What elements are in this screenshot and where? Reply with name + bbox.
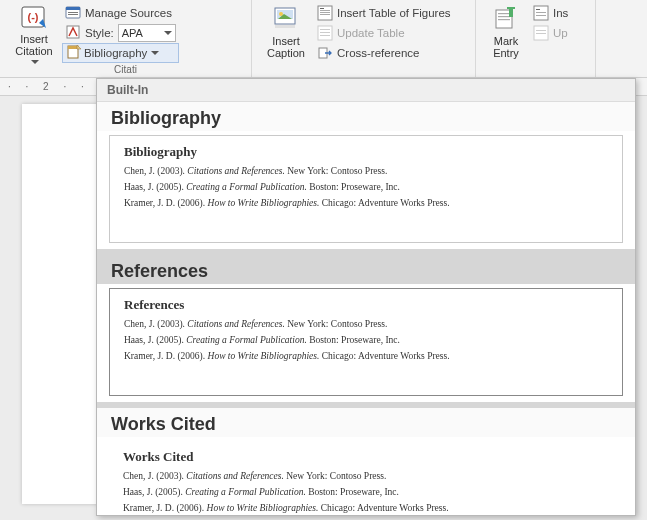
svg-rect-28 xyxy=(507,7,515,9)
preview-title: References xyxy=(124,297,608,313)
insert-index-icon xyxy=(533,5,549,21)
gallery-item-works-cited[interactable]: Works Cited Chen, J. (2003). Citations a… xyxy=(109,441,623,513)
svg-rect-17 xyxy=(320,14,330,15)
svg-rect-32 xyxy=(536,15,546,16)
gallery-item-bibliography[interactable]: Bibliography Chen, J. (2003). Citations … xyxy=(109,135,623,243)
preview-title: Works Cited xyxy=(123,449,609,465)
svg-rect-19 xyxy=(320,29,330,30)
svg-rect-31 xyxy=(536,12,546,13)
insert-caption-label: InsertCaption xyxy=(267,35,305,59)
svg-rect-3 xyxy=(66,7,80,10)
svg-rect-21 xyxy=(320,35,330,36)
svg-rect-34 xyxy=(536,30,546,31)
insert-table-figures-label: Insert Table of Figures xyxy=(337,7,451,19)
chevron-down-icon xyxy=(151,51,159,59)
insert-index-button[interactable]: Ins xyxy=(530,3,571,23)
insert-citation-icon: (-) xyxy=(18,5,50,31)
update-table-icon xyxy=(317,25,333,41)
svg-rect-14 xyxy=(320,8,324,9)
style-row: Style: APA xyxy=(62,23,179,43)
gallery-item-references[interactable]: References Chen, J. (2003). Citations an… xyxy=(109,288,623,396)
preview-ref: Haas, J. (2005). Creating a Formal Publi… xyxy=(124,335,608,345)
style-label: Style: xyxy=(85,27,114,39)
group-label-citations: Citati xyxy=(0,64,251,75)
update-index-icon xyxy=(533,25,549,41)
update-table-label: Update Table xyxy=(337,27,405,39)
preview-ref: Chen, J. (2003). Citations and Reference… xyxy=(124,166,608,176)
ribbon-group-captions: InsertCaption Insert Table of Figures Up… xyxy=(252,0,476,77)
insert-table-figures-button[interactable]: Insert Table of Figures xyxy=(314,3,454,23)
svg-rect-4 xyxy=(68,12,78,13)
update-table-button: Update Table xyxy=(314,23,454,43)
svg-text:(-): (-) xyxy=(28,11,39,23)
ribbon-group-index: MarkEntry Ins Up xyxy=(476,0,596,77)
preview-title: Bibliography xyxy=(124,144,608,160)
insert-citation-button[interactable]: (-) InsertCitation xyxy=(6,2,62,64)
gallery-section-title: References xyxy=(97,255,635,284)
svg-rect-8 xyxy=(68,46,78,49)
bibliography-button[interactable]: Bibliography xyxy=(62,43,179,63)
svg-rect-30 xyxy=(536,9,540,10)
svg-rect-16 xyxy=(320,12,330,13)
cross-reference-label: Cross-reference xyxy=(337,47,419,59)
preview-ref: Kramer, J. D. (2006). How to Write Bibli… xyxy=(124,198,608,208)
bibliography-label: Bibliography xyxy=(84,47,147,59)
preview-ref: Haas, J. (2005). Creating a Formal Publi… xyxy=(124,182,608,192)
svg-rect-15 xyxy=(320,10,330,11)
style-value: APA xyxy=(122,27,143,39)
preview-ref: Chen, J. (2003). Citations and Reference… xyxy=(123,471,609,481)
svg-rect-24 xyxy=(498,13,510,14)
dropdown-header: Built-In xyxy=(97,79,635,102)
table-figures-icon xyxy=(317,5,333,21)
mark-entry-icon xyxy=(490,5,522,33)
style-icon xyxy=(65,24,81,43)
insert-index-label: Ins xyxy=(553,7,568,19)
style-select[interactable]: APA xyxy=(118,24,176,42)
update-index-label: Up xyxy=(553,27,568,39)
insert-caption-button[interactable]: InsertCaption xyxy=(258,2,314,64)
manage-sources-label: Manage Sources xyxy=(85,7,172,19)
svg-rect-35 xyxy=(536,33,546,34)
preview-ref: Kramer, J. D. (2006). How to Write Bibli… xyxy=(123,503,609,513)
caption-icon xyxy=(270,5,302,33)
manage-sources-icon xyxy=(65,5,81,21)
gallery-section-title: Works Cited xyxy=(97,408,635,437)
cross-reference-button[interactable]: Cross-reference xyxy=(314,43,454,63)
mark-entry-label: MarkEntry xyxy=(493,35,519,59)
svg-rect-12 xyxy=(275,25,295,28)
preview-ref: Chen, J. (2003). Citations and Reference… xyxy=(124,319,608,329)
bibliography-dropdown: Built-In Bibliography Bibliography Chen,… xyxy=(96,78,636,516)
manage-sources-button[interactable]: Manage Sources xyxy=(62,3,179,23)
ribbon: (-) InsertCitation Manage Sources xyxy=(0,0,647,78)
svg-rect-25 xyxy=(498,16,510,17)
mark-entry-button[interactable]: MarkEntry xyxy=(482,2,530,64)
bibliography-icon xyxy=(66,44,82,62)
ribbon-group-citations: (-) InsertCitation Manage Sources xyxy=(0,0,252,77)
update-index-button: Up xyxy=(530,23,571,43)
cross-reference-icon xyxy=(317,45,333,61)
preview-ref: Kramer, J. D. (2006). How to Write Bibli… xyxy=(124,351,608,361)
insert-citation-label: InsertCitation xyxy=(15,33,52,57)
svg-rect-5 xyxy=(68,14,78,15)
svg-rect-26 xyxy=(498,19,510,20)
preview-ref: Haas, J. (2005). Creating a Formal Publi… xyxy=(123,487,609,497)
ruler-marks: · · 2 · · xyxy=(8,81,90,92)
gallery-section-title: Bibliography xyxy=(97,102,635,131)
svg-rect-20 xyxy=(320,32,330,33)
